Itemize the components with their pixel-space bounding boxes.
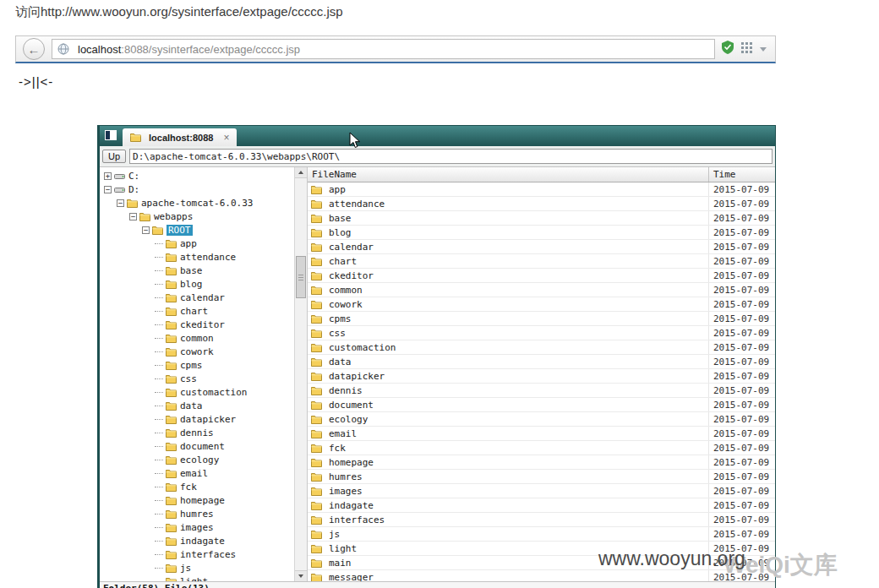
mouse-cursor [349,132,361,152]
tree-item-label: dennis [180,427,214,438]
path-input[interactable] [129,149,773,164]
file-row-app[interactable]: app2015-07-09 [308,182,775,197]
file-row-document[interactable]: document2015-07-09 [308,398,775,412]
tree-item-d[interactable]: −D: [100,182,294,196]
tree-item-ecology[interactable]: ecology [100,453,294,466]
file-row-customaction[interactable]: customaction2015-07-09 [308,340,775,355]
tree-item-homepage[interactable]: homepage [100,493,294,507]
tree-expander-icon[interactable]: − [117,199,124,207]
tree-item-label: blog [180,279,203,290]
file-time: 2015-07-09 [709,199,775,210]
tree-item-base[interactable]: base [100,264,294,277]
tree-item-chart[interactable]: chart [100,304,294,318]
column-header-time[interactable]: Time [709,167,775,182]
tree-expander-icon[interactable]: − [142,226,150,234]
tree-expander-icon[interactable]: − [104,186,112,193]
file-row-cpms[interactable]: cpms2015-07-09 [308,312,775,326]
scroll-up-button[interactable] [295,167,307,178]
grid-icon[interactable] [741,41,752,57]
window-titlebar[interactable]: localhost:8088 × [100,126,775,146]
tree-item-calendar[interactable]: calendar [100,291,294,304]
tree-item-common[interactable]: common [100,331,294,345]
scrollbar-thumb[interactable] [296,256,306,298]
back-button[interactable]: ← [23,38,45,60]
file-row-calendar[interactable]: calendar2015-07-09 [308,240,775,254]
tree-item-dennis[interactable]: dennis [100,426,294,439]
tree-item-blog[interactable]: blog [100,277,294,291]
tree-item-light[interactable]: light [100,574,294,581]
file-row-chart[interactable]: chart2015-07-09 [308,254,775,269]
folder-icon [166,442,177,451]
tree-item-webapps[interactable]: −webapps [100,210,294,223]
tree-item-apache-tomcat-6.0.33[interactable]: −apache-tomcat-6.0.33 [100,196,294,210]
file-row-messager[interactable]: messager2015-07-09 [308,570,775,581]
file-name: common [329,285,363,296]
file-name-cell: ckeditor [308,269,709,282]
file-row-homepage[interactable]: homepage2015-07-09 [308,455,775,470]
column-header-filename[interactable]: FileName [308,167,709,182]
tree-item-cowork[interactable]: cowork [100,345,294,358]
file-row-images[interactable]: images2015-07-09 [308,484,775,498]
file-row-dennis[interactable]: dennis2015-07-09 [308,384,775,398]
file-row-cowork[interactable]: cowork2015-07-09 [308,297,775,312]
file-row-data[interactable]: data2015-07-09 [308,355,775,369]
page: 访问http://www.wooyun.org/sysinterface/ext… [0,0,879,588]
file-row-email[interactable]: email2015-07-09 [308,427,775,441]
tree-item-humres[interactable]: humres [100,507,294,520]
tree-connector [155,487,163,487]
tree-item-interfaces[interactable]: interfaces [100,547,294,561]
tree-item-email[interactable]: email [100,466,294,480]
file-name-cell: fck [308,441,709,455]
folder-icon [166,320,177,329]
file-row-fck[interactable]: fck2015-07-09 [308,441,775,455]
tree-item-app[interactable]: app [100,237,294,250]
tree-item-label: ROOT [167,225,193,236]
url-host: localhost [78,43,121,56]
folder-icon [311,501,322,510]
up-button[interactable]: Up [102,150,126,163]
file-row-attendance[interactable]: attendance2015-07-09 [308,197,775,211]
file-row-ckeditor[interactable]: ckeditor2015-07-09 [308,269,775,283]
file-name: attendance [329,199,385,210]
tree-expander-icon[interactable]: − [129,213,137,220]
file-row-blog[interactable]: blog2015-07-09 [308,226,775,240]
file-row-indagate[interactable]: indagate2015-07-09 [308,498,775,513]
file-row-css[interactable]: css2015-07-09 [308,326,775,340]
folder-icon [311,372,322,381]
tree-expander-icon[interactable]: + [104,172,112,180]
tree-item-datapicker[interactable]: datapicker [100,412,294,426]
tree-connector [155,406,163,406]
tree-item-attendance[interactable]: attendance [100,250,294,264]
file-row-humres[interactable]: humres2015-07-09 [308,470,775,484]
file-row-interfaces[interactable]: interfaces2015-07-09 [308,513,775,527]
file-row-common[interactable]: common2015-07-09 [308,283,775,297]
tree-item-fck[interactable]: fck [100,480,294,493]
window-content: +C:−D:−apache-tomcat-6.0.33−webapps−ROOT… [100,167,775,581]
shield-icon[interactable] [722,41,734,57]
tree-item-cpms[interactable]: cpms [100,358,294,372]
dropdown-caret-icon[interactable] [760,47,767,52]
tab-close-icon[interactable]: × [223,132,229,144]
tree-item-c[interactable]: +C: [100,169,294,182]
file-name-cell: homepage [308,455,709,469]
tree-item-root[interactable]: −ROOT [100,223,294,237]
folder-icon [311,444,322,453]
file-row-ecology[interactable]: ecology2015-07-09 [308,412,775,427]
tree-connector [155,297,163,298]
tree-item-ckeditor[interactable]: ckeditor [100,318,294,331]
scroll-down-button[interactable] [295,570,307,581]
tree-scrollbar[interactable] [294,167,307,581]
tree-item-customaction[interactable]: customaction [100,385,294,399]
tree-item-indagate[interactable]: indagate [100,534,294,547]
tree-item-js[interactable]: js [100,561,294,574]
address-bar[interactable]: localhost:8088/sysinterface/extpage/cccc… [52,39,715,59]
file-row-datapicker[interactable]: datapicker2015-07-09 [308,369,775,384]
tree-item-document[interactable]: document [100,439,294,453]
file-row-js[interactable]: js2015-07-09 [308,527,775,542]
file-row-base[interactable]: base2015-07-09 [308,211,775,226]
tree-item-data[interactable]: data [100,399,294,412]
tree-item-css[interactable]: css [100,372,294,385]
folder-icon [311,558,322,568]
tree-item-images[interactable]: images [100,520,294,534]
window-tab[interactable]: localhost:8088 × [123,128,237,146]
